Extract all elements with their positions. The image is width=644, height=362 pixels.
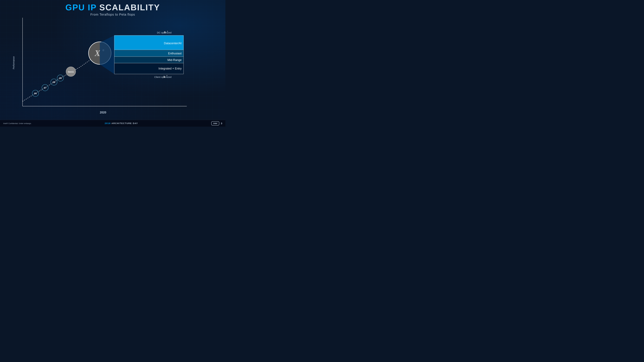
title-gpu: GPU IP bbox=[65, 3, 96, 12]
client-optimized-label: Client optimized bbox=[154, 76, 172, 78]
title-scalability: SCALABILITY bbox=[99, 3, 160, 12]
footer-event: 2018 ARCHITECTURE DAY bbox=[105, 122, 138, 124]
page-number: 3 bbox=[221, 122, 222, 125]
tier-midrange-label: Mid-Range bbox=[168, 58, 182, 62]
gen11-label: Gen11 bbox=[68, 71, 74, 73]
client-xe-label: X bbox=[163, 75, 165, 78]
footer-event-name: ARCHITECTURE DAY bbox=[112, 122, 138, 124]
dc-xe-label: X bbox=[164, 31, 166, 34]
y-axis-label: Performance bbox=[12, 56, 15, 69]
tier-enthusiast-label: Enthusiast bbox=[168, 52, 182, 55]
chart-svg: Performance G6 G7 G8 G9 Gen11 X e Datace… bbox=[10, 14, 226, 121]
dc-xe-super: e bbox=[167, 30, 168, 32]
main-title: GPU IP SCALABILITY bbox=[0, 3, 226, 12]
tier-integrated-label: Integrated + Entry bbox=[158, 67, 182, 70]
footer-confidential: Intel® Confidential. Under embargo. bbox=[3, 122, 32, 124]
client-xe-super: e bbox=[166, 75, 168, 76]
footer: Intel® Confidential. Under embargo. 2018… bbox=[0, 120, 226, 127]
connector-shape bbox=[100, 35, 114, 74]
xe-label: X bbox=[94, 48, 100, 58]
footer-right: intel 3 bbox=[211, 121, 222, 125]
gen-g6-label: G6 bbox=[34, 92, 37, 95]
header: GPU IP SCALABILITY From Teraflops to Pet… bbox=[0, 0, 226, 16]
intel-logo: intel bbox=[211, 121, 219, 125]
gen-g8-label: G8 bbox=[53, 81, 55, 83]
gen-g9-label: G9 bbox=[59, 77, 62, 79]
main-content: GPU IP SCALABILITY From Teraflops to Pet… bbox=[0, 0, 226, 127]
year-label: 2020 bbox=[100, 111, 106, 114]
gen-g7-label: G7 bbox=[44, 87, 46, 89]
tier-datacenter-label: Datacenter/AI bbox=[164, 42, 182, 45]
footer-event-year: 2018 bbox=[105, 122, 110, 124]
